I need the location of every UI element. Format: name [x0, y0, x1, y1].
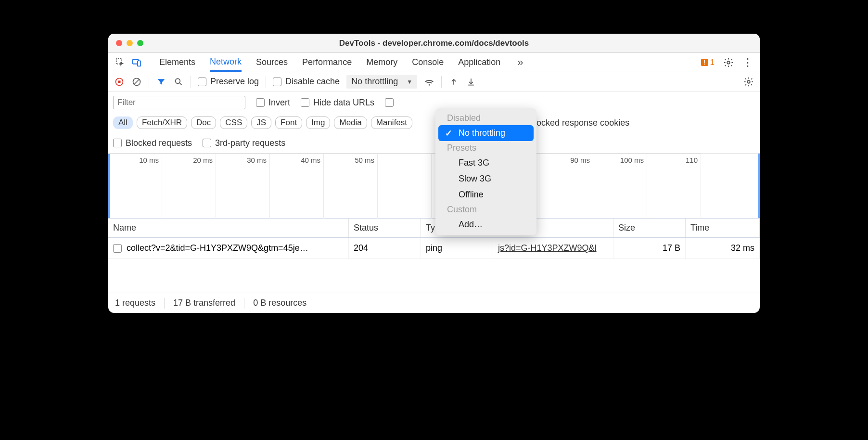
col-time[interactable]: Time	[686, 219, 760, 237]
table-header: Name Status Ty Size Time	[108, 219, 760, 238]
type-pill-img[interactable]: Img	[306, 116, 330, 129]
col-status[interactable]: Status	[349, 219, 421, 237]
close-window-button[interactable]	[116, 40, 122, 46]
tab-network[interactable]: Network	[210, 53, 242, 72]
status-resources: 0 B resources	[253, 298, 306, 308]
type-pill-media[interactable]: Media	[334, 116, 367, 129]
svg-point-7	[175, 78, 180, 83]
record-stop-icon[interactable]	[114, 77, 125, 87]
timeline-overview[interactable]: 10 ms 20 ms 30 ms 40 ms 50 ms 80 ms 90 m…	[108, 154, 760, 219]
row-checkbox[interactable]	[113, 244, 122, 253]
hide-data-urls-checkbox[interactable]: Hide data URLs	[301, 98, 374, 108]
maximize-window-button[interactable]	[137, 40, 143, 46]
col-name[interactable]: Name	[108, 219, 349, 237]
status-requests: 1 requests	[115, 298, 155, 308]
dropdown-section-presets: Presets	[435, 141, 536, 155]
download-har-icon[interactable]	[466, 77, 476, 87]
dropdown-section-disabled: Disabled	[435, 111, 536, 125]
type-pill-css[interactable]: CSS	[220, 116, 247, 129]
panel-tabs: Elements Network Sources Performance Mem…	[159, 53, 525, 72]
tick-label: 10 ms	[139, 156, 159, 164]
dropdown-section-custom: Custom	[435, 203, 536, 217]
type-pill-all[interactable]: All	[113, 116, 133, 129]
tick-label: 110	[686, 156, 698, 164]
more-tabs-icon[interactable]: »	[515, 57, 525, 68]
col-size[interactable]: Size	[613, 219, 686, 237]
dropdown-item-no-throttling[interactable]: No throttling	[438, 125, 534, 141]
status-transferred: 17 B transferred	[173, 298, 235, 308]
tab-console[interactable]: Console	[412, 53, 444, 72]
initiator-link[interactable]: js?id=G-H1Y3PXZW9Q&l	[498, 243, 597, 253]
main-tabbar: Elements Network Sources Performance Mem…	[108, 53, 760, 72]
network-conditions-icon[interactable]	[424, 77, 434, 87]
clear-icon[interactable]	[131, 77, 142, 87]
cell-name: collect?v=2&tid=G-H1Y3PXZW9Q&gtm=45je…	[108, 238, 349, 259]
type-pill-font[interactable]: Font	[275, 116, 302, 129]
disable-cache-checkbox[interactable]: Disable cache	[273, 77, 340, 87]
cell-initiator: js?id=G-H1Y3PXZW9Q&l	[493, 238, 613, 259]
table-row[interactable]: collect?v=2&tid=G-H1Y3PXZW9Q&gtm=45je… 2…	[108, 238, 760, 259]
chevron-down-icon: ▼	[407, 78, 412, 85]
tab-memory[interactable]: Memory	[366, 53, 397, 72]
device-toolbar-icon[interactable]	[131, 57, 142, 68]
tab-application[interactable]: Application	[458, 53, 500, 72]
tick-label: 100 ms	[620, 156, 644, 164]
dropdown-item-slow-3g[interactable]: Slow 3G	[435, 171, 536, 187]
invert-checkbox[interactable]: Invert	[256, 98, 290, 108]
devtools-window: DevTools - developer.chrome.com/docs/dev…	[108, 34, 760, 313]
filter-input[interactable]	[113, 96, 245, 109]
tab-performance[interactable]: Performance	[302, 53, 352, 72]
dropdown-item-offline[interactable]: Offline	[435, 187, 536, 203]
traffic-lights	[108, 40, 143, 46]
type-pill-doc[interactable]: Doc	[191, 116, 216, 129]
cell-time: 32 ms	[686, 238, 760, 259]
svg-rect-5	[118, 80, 121, 83]
svg-rect-2	[138, 61, 140, 66]
tick-label: 50 ms	[355, 156, 374, 164]
issues-badge[interactable]: ! 1	[701, 58, 715, 67]
preserve-log-checkbox[interactable]: Preserve log	[198, 77, 259, 87]
tick-label: 90 ms	[570, 156, 590, 164]
window-title: DevTools - developer.chrome.com/docs/dev…	[108, 39, 760, 48]
network-toolbar: Preserve log Disable cache No throttling…	[108, 72, 760, 91]
svg-point-3	[727, 61, 730, 64]
more-menu-icon[interactable]: ⋮	[742, 57, 753, 68]
blocked-requests-checkbox[interactable]: Blocked requests	[113, 138, 192, 148]
throttling-dropdown: Disabled No throttling Presets Fast 3G S…	[435, 108, 536, 235]
dropdown-item-fast-3g[interactable]: Fast 3G	[435, 155, 536, 171]
type-pill-fetch-xhr[interactable]: Fetch/XHR	[137, 116, 187, 129]
tick-label: 40 ms	[301, 156, 320, 164]
filter-bar: Invert Hide data URLs All Fetch/XHR Doc …	[108, 91, 760, 154]
upload-har-icon[interactable]	[448, 77, 459, 87]
settings-gear-icon[interactable]	[723, 57, 734, 68]
status-bar: 1 requests 17 B transferred 0 B resource…	[108, 293, 760, 313]
dropdown-item-add[interactable]: Add…	[435, 217, 536, 233]
issues-count: 1	[710, 58, 715, 67]
svg-point-9	[747, 80, 750, 83]
minimize-window-button[interactable]	[127, 40, 133, 46]
third-party-checkbox[interactable]: 3rd-party requests	[203, 138, 285, 148]
filter-icon[interactable]	[156, 77, 166, 87]
requests-table: Name Status Ty Size Time collect?v=2&tid…	[108, 219, 760, 293]
cell-type: ping	[421, 238, 493, 259]
inspect-element-icon[interactable]	[115, 57, 126, 68]
search-icon[interactable]	[173, 77, 184, 87]
tick-label: 30 ms	[247, 156, 267, 164]
type-pill-js[interactable]: JS	[251, 116, 271, 129]
type-pill-manifest[interactable]: Manifest	[371, 116, 412, 129]
timeline-handle-right[interactable]	[758, 154, 760, 218]
titlebar: DevTools - developer.chrome.com/docs/dev…	[108, 34, 760, 53]
throttling-select[interactable]: No throttling ▼	[346, 75, 417, 89]
svg-point-8	[429, 84, 430, 86]
warning-icon: !	[701, 59, 708, 66]
network-settings-gear-icon[interactable]	[743, 77, 754, 87]
tab-elements[interactable]: Elements	[159, 53, 195, 72]
hidden-checkbox-partial[interactable]	[385, 98, 394, 107]
tick-label: 20 ms	[193, 156, 213, 164]
cell-size: 17 B	[613, 238, 686, 259]
tab-sources[interactable]: Sources	[256, 53, 288, 72]
cell-status: 204	[349, 238, 421, 259]
